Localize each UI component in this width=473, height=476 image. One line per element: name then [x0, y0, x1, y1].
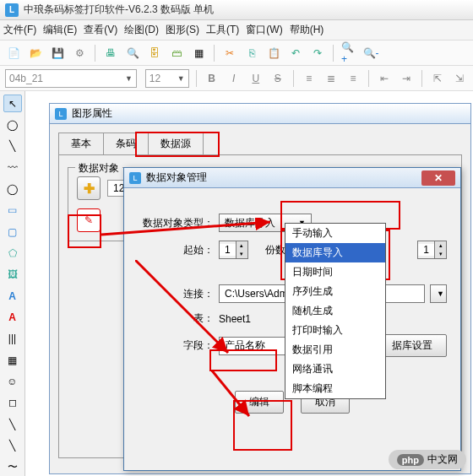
separator [214, 45, 215, 62]
field-value: 产品名称 [225, 338, 265, 353]
type-value: 数据库导入 [225, 216, 275, 230]
dropdown-option[interactable]: 随机生成 [285, 301, 385, 321]
font-combo[interactable]: 04b_21 ▼ [5, 69, 137, 88]
table-value: Sheet1 [219, 313, 251, 325]
spacing2-icon[interactable]: ⇥ [398, 69, 415, 88]
field-value-box: 产品名称 [219, 337, 295, 355]
diag2-tool-icon[interactable]: ╲ [3, 436, 22, 454]
undo-icon[interactable]: ↶ [287, 45, 304, 62]
dropdown-option[interactable]: 打印时输入 [285, 321, 385, 340]
db2-icon[interactable]: 🗃 [168, 45, 185, 62]
new-icon[interactable]: 📄 [5, 45, 22, 62]
underline-icon[interactable]: U [247, 69, 264, 88]
start-label: 起始： [138, 243, 214, 257]
panel-header: L 图形属性 [50, 104, 470, 124]
curve-tool-icon[interactable]: 〰 [3, 159, 22, 176]
richtext-tool-icon[interactable]: A [3, 308, 22, 326]
align-center-icon[interactable]: ≣ [323, 69, 340, 88]
ellipse-tool-icon[interactable]: ◯ [3, 180, 22, 197]
menu-edit[interactable]: 编辑(E) [43, 23, 77, 37]
menu-draw[interactable]: 绘图(D) [124, 23, 159, 37]
settings-icon[interactable]: ⚙ [71, 45, 88, 62]
dropdown-option[interactable]: 手动输入 [285, 224, 385, 243]
edit-dialog-button[interactable]: 编辑 [235, 391, 284, 414]
menu-view[interactable]: 查看(V) [84, 23, 117, 37]
indent1-icon[interactable]: ⇱ [429, 69, 446, 88]
image-tool-icon[interactable]: 🖼 [3, 266, 22, 284]
dialog-header[interactable]: L 数据对象管理 ✕ [124, 168, 460, 188]
tab-basic[interactable]: 基本 [58, 133, 104, 154]
logo-prefix: php [397, 454, 424, 466]
data-object-dialog: L 数据对象管理 ✕ 数据对象类型： 数据库导入 ▼ 起始： 1 ▴▾ 份数 [123, 167, 461, 471]
type-label: 数据对象类型： [138, 216, 214, 230]
dropdown-option[interactable]: 日期时间 [285, 262, 385, 282]
add-button[interactable]: ✚ [77, 176, 101, 200]
dialog-icon: L [129, 172, 141, 184]
diag-tool-icon[interactable]: ╲ [3, 415, 22, 433]
square-tool-icon[interactable]: ◻ [3, 394, 22, 412]
menu-window[interactable]: 窗口(W) [246, 23, 282, 37]
smile-tool-icon[interactable]: ☺ [3, 372, 22, 390]
app-icon: L [5, 3, 19, 17]
menu-tool[interactable]: 工具(T) [206, 23, 239, 37]
open-icon[interactable]: 📂 [27, 45, 44, 62]
line-tool-icon[interactable]: ╲ [3, 138, 22, 155]
zoomout-icon[interactable]: 🔍- [362, 45, 379, 62]
db-settings-button[interactable]: 据库设置 [378, 334, 447, 357]
bold-icon[interactable]: B [204, 69, 220, 88]
format-toolbar: 04b_21 ▼ 12 ▼ B I U S ≡ ≣ ≡ ⇤ ⇥ ⇱ ⇲ [0, 66, 473, 91]
dropdown-option[interactable]: 数据库导入 [285, 243, 385, 262]
separator [421, 70, 422, 87]
spin-down-icon[interactable]: ▾ [434, 250, 446, 258]
spacing1-icon[interactable]: ⇤ [376, 69, 393, 88]
italic-icon[interactable]: I [226, 69, 242, 88]
rect-tool-icon[interactable]: ▭ [3, 202, 22, 219]
indent2-icon[interactable]: ⇲ [451, 69, 468, 88]
polygon-tool-icon[interactable]: ⬠ [3, 244, 22, 262]
window-title: 中琅条码标签打印软件-V6.2.3 数码版 单机 [24, 3, 214, 17]
align-right-icon[interactable]: ≡ [345, 69, 362, 88]
redo-icon[interactable]: ↷ [309, 45, 326, 62]
font-value: 04b_21 [9, 73, 43, 84]
spin-down-icon[interactable]: ▾ [236, 250, 247, 258]
tab-barcode[interactable]: 条码 [103, 133, 149, 154]
edit-button[interactable]: ✎ [77, 208, 101, 232]
conn-dropdown-arrow[interactable]: ▼ [430, 284, 447, 303]
print-icon[interactable]: 🖶 [102, 45, 119, 62]
menu-shape[interactable]: 图形(S) [166, 23, 199, 37]
copies-spinner[interactable]: 1 ▴▾ [417, 241, 447, 259]
wave-tool-icon[interactable]: 〜 [3, 458, 22, 476]
strike-icon[interactable]: S [269, 69, 286, 88]
pointer-icon[interactable]: ↖ [3, 95, 22, 112]
panel-title: 图形属性 [72, 106, 112, 121]
dropdown-option[interactable]: 网络通讯 [285, 360, 385, 379]
spin-up-icon[interactable]: ▴ [434, 241, 446, 250]
menu-help[interactable]: 帮助(H) [290, 23, 324, 37]
close-button[interactable]: ✕ [421, 170, 455, 186]
barcode-tool-icon[interactable]: ||| [3, 330, 22, 348]
align-left-icon[interactable]: ≡ [301, 69, 318, 88]
preview-icon[interactable]: 🔍 [124, 45, 141, 62]
start-spinner[interactable]: 1 ▴▾ [219, 241, 248, 259]
circle-tool-icon[interactable]: ◯ [3, 116, 22, 133]
copy-icon[interactable]: ⎘ [243, 45, 260, 62]
chevron-down-icon: ▼ [437, 289, 444, 298]
text-tool-icon[interactable]: A [3, 287, 22, 305]
grid-icon[interactable]: ▦ [190, 45, 207, 62]
zoomin-icon[interactable]: 🔍+ [340, 45, 357, 62]
tools-sidebar: ↖ ◯ ╲ 〰 ◯ ▭ ▢ ⬠ 🖼 A A ||| ▦ ☺ ◻ ╲ ╲ 〜 [0, 91, 25, 476]
separator [293, 70, 294, 87]
spin-up-icon[interactable]: ▴ [236, 241, 247, 250]
tab-datasource[interactable]: 数据源 [148, 133, 204, 154]
menu-file[interactable]: 文件(F) [3, 23, 36, 37]
save-icon[interactable]: 💾 [49, 45, 66, 62]
dropdown-option[interactable]: 序列生成 [285, 282, 385, 301]
dropdown-option[interactable]: 数据引用 [285, 340, 385, 360]
cut-icon[interactable]: ✂ [221, 45, 238, 62]
dropdown-option[interactable]: 脚本编程 [285, 379, 385, 398]
qr-tool-icon[interactable]: ▦ [3, 351, 22, 369]
roundrect-tool-icon[interactable]: ▢ [3, 223, 22, 241]
fontsize-combo[interactable]: 12 ▼ [145, 69, 189, 88]
paste-icon[interactable]: 📋 [265, 45, 282, 62]
db1-icon[interactable]: 🗄 [146, 45, 163, 62]
